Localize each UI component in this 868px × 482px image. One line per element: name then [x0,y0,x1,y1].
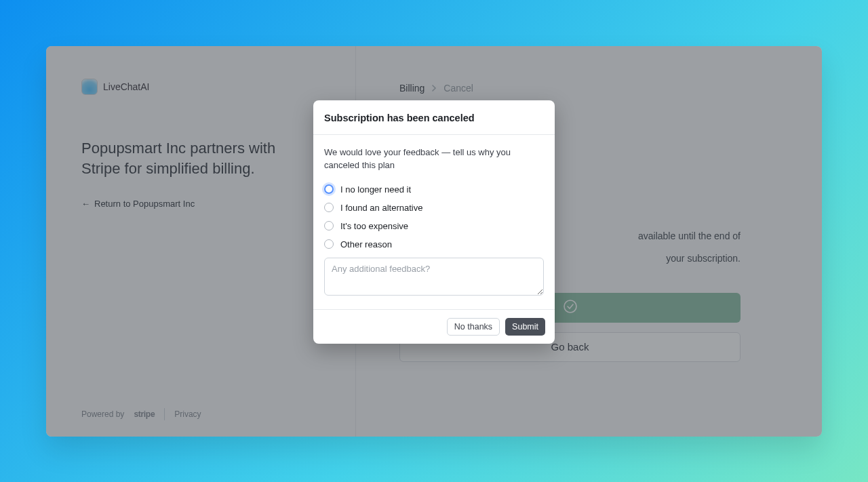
reason-label: Other reason [340,239,392,249]
reason-label: I found an alternative [340,203,422,213]
cancel-feedback-modal: Subscription has been canceled We would … [313,100,555,344]
billing-portal-card: LiveChatAI Popupsmart Inc partners with … [46,46,822,437]
radio-icon [324,184,334,194]
modal-overlay: Subscription has been canceled We would … [46,46,822,437]
modal-header: Subscription has been canceled [313,100,555,135]
reason-option-no-longer-need[interactable]: I no longer need it [324,184,544,195]
reason-option-alternative[interactable]: I found an alternative [324,203,544,213]
reason-label: I no longer need it [340,184,411,195]
submit-button[interactable]: Submit [505,318,545,336]
radio-icon [324,221,334,230]
reason-option-other[interactable]: Other reason [324,239,544,249]
radio-icon [324,239,334,249]
modal-description: We would love your feedback — tell us wh… [324,146,544,172]
modal-title: Subscription has been canceled [324,113,544,123]
modal-footer: No thanks Submit [313,309,555,344]
reason-label: It's too expensive [340,221,408,231]
feedback-textarea[interactable] [324,258,544,296]
modal-body: We would love your feedback — tell us wh… [313,135,555,309]
radio-icon [324,203,334,212]
no-thanks-button[interactable]: No thanks [447,318,500,336]
reason-option-expensive[interactable]: It's too expensive [324,221,544,231]
